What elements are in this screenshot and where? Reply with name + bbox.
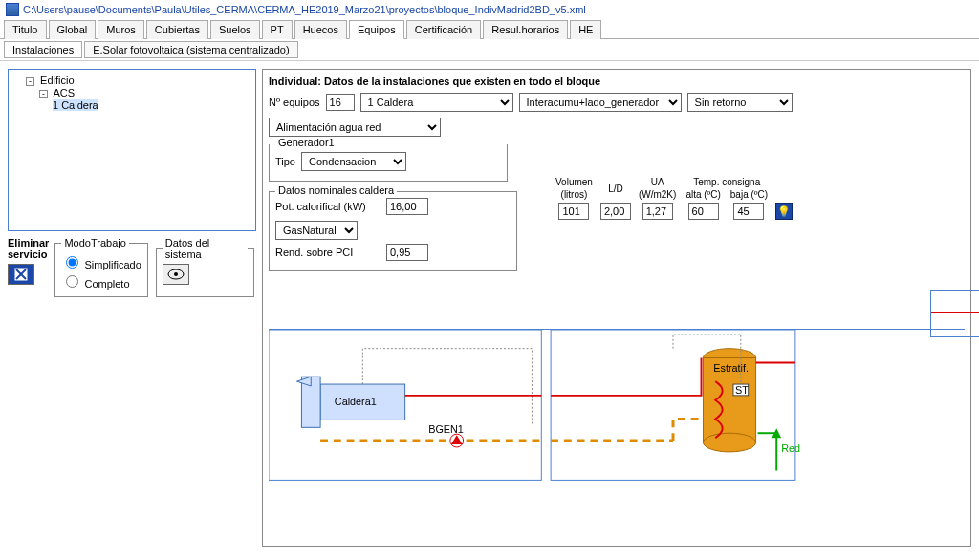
datos-sistema-group: Datos del sistema [156, 237, 254, 297]
collapse-icon[interactable]: - [39, 90, 48, 98]
subtab-instalaciones[interactable]: Instalaciones [4, 41, 82, 58]
nequipos-label: Nº equipos [269, 97, 320, 108]
tab-suelos[interactable]: Suelos [210, 20, 260, 39]
tree-leaf-caldera[interactable]: 1 Caldera [53, 98, 251, 112]
window-titlebar: C:\Users\pause\Documents\Paula\Utiles_CE… [0, 0, 979, 19]
temp-alta-input[interactable] [688, 203, 719, 220]
modotrabajo-legend: ModoTrabajo [61, 237, 128, 248]
tree-panel: - Edificio - ACS 1 Caldera [8, 69, 256, 231]
modotrabajo-group: ModoTrabajo Simplificado Completo [54, 237, 147, 297]
tab-resulhorarios[interactable]: Resul.horarios [483, 20, 568, 39]
eye-icon [167, 269, 185, 280]
rendimiento-label: Rend. sobre PCI [275, 247, 381, 258]
tipo-label: Tipo [275, 156, 295, 167]
potencia-input[interactable] [386, 198, 428, 215]
tree-node-acs[interactable]: - ACS 1 Caldera [39, 86, 251, 113]
delete-icon [14, 268, 28, 281]
tab-global[interactable]: Global [49, 20, 97, 39]
ver-datos-button[interactable] [163, 264, 189, 285]
potencia-label: Pot. calorifical (kW) [275, 201, 381, 212]
schematic-diagram: Caldera1 BGEN1 [269, 329, 965, 491]
params-table: Volumen L/D UA Temp. consigna (litros) (… [550, 175, 796, 223]
collapse-icon[interactable]: - [26, 77, 34, 86]
hint-button[interactable]: 💡 [775, 203, 793, 220]
acs-arrow-icon [931, 312, 979, 313]
temp-baja-input[interactable] [733, 203, 764, 220]
retorno-select[interactable]: Sin retorno [687, 93, 793, 112]
eliminar-servicio-button[interactable] [8, 264, 34, 285]
tab-huecos[interactable]: Huecos [294, 20, 347, 39]
red-label: Red [781, 442, 800, 454]
datos-sistema-legend: Datos del sistema [163, 237, 248, 260]
alimentacion-select[interactable]: Alimentación agua red [269, 118, 441, 137]
tab-pt[interactable]: PT [262, 20, 293, 39]
tab-cubiertas[interactable]: Cubiertas [146, 20, 208, 39]
nequipos-input[interactable] [326, 94, 355, 111]
svg-point-14 [703, 433, 755, 452]
diagram-svg: Caldera1 BGEN1 [269, 330, 965, 489]
tab-muros[interactable]: Muros [98, 20, 144, 39]
acs-output-panel: ׀׀׀׀ ACS [930, 290, 979, 337]
caldera-label: Caldera1 [335, 396, 377, 407]
tree-root[interactable]: - Edificio - ACS 1 Caldera [26, 74, 251, 114]
st-label: ST [735, 384, 749, 396]
sub-tabstrip: Instalaciones E.Solar fotovoltaica (sist… [0, 39, 979, 61]
eliminar-label: Eliminar [8, 237, 49, 248]
tab-he[interactable]: HE [570, 20, 601, 39]
datos-nominales-group: Pot. calorifical (kW) GasNatural Rend. s… [269, 191, 517, 271]
esquema-select[interactable]: Interacumu+lado_generador [519, 93, 682, 112]
svg-point-4 [174, 272, 178, 276]
caldera-select[interactable]: 1 Caldera [360, 93, 513, 112]
bulb-icon: 💡 [777, 205, 791, 218]
bgen-label: BGEN1 [428, 423, 464, 435]
estratif-label: Estratif. [713, 362, 749, 374]
radio-simplificado[interactable]: Simplificado [61, 252, 141, 271]
volumen-input[interactable] [558, 203, 589, 220]
rendimiento-input[interactable] [386, 244, 428, 261]
ua-input[interactable] [642, 203, 673, 220]
tab-certificacion[interactable]: Certificación [406, 20, 482, 39]
radio-completo[interactable]: Completo [61, 271, 141, 291]
tab-equipos[interactable]: Equipos [349, 20, 404, 39]
tab-titulo[interactable]: Titulo [4, 20, 47, 39]
main-tabstrip: Titulo Global Muros Cubiertas Suelos PT … [0, 19, 979, 39]
window-title: C:\Users\pause\Documents\Paula\Utiles_CE… [23, 4, 586, 15]
panel-heading: Individual: Datos de la instalaciones qu… [269, 75, 965, 87]
servicio-label: servicio [8, 248, 49, 260]
generador1-group: Tipo Condensacion [269, 144, 508, 182]
ld-input[interactable] [600, 203, 631, 220]
combustible-select[interactable]: GasNatural [275, 221, 358, 240]
subtab-fotovoltaica[interactable]: E.Solar fotovoltaica (sistema centraliza… [84, 41, 297, 58]
app-icon [6, 3, 19, 16]
detail-panel: Individual: Datos de la instalaciones qu… [262, 69, 971, 547]
svg-rect-11 [551, 330, 795, 480]
tipo-select[interactable]: Condensacion [301, 152, 406, 171]
